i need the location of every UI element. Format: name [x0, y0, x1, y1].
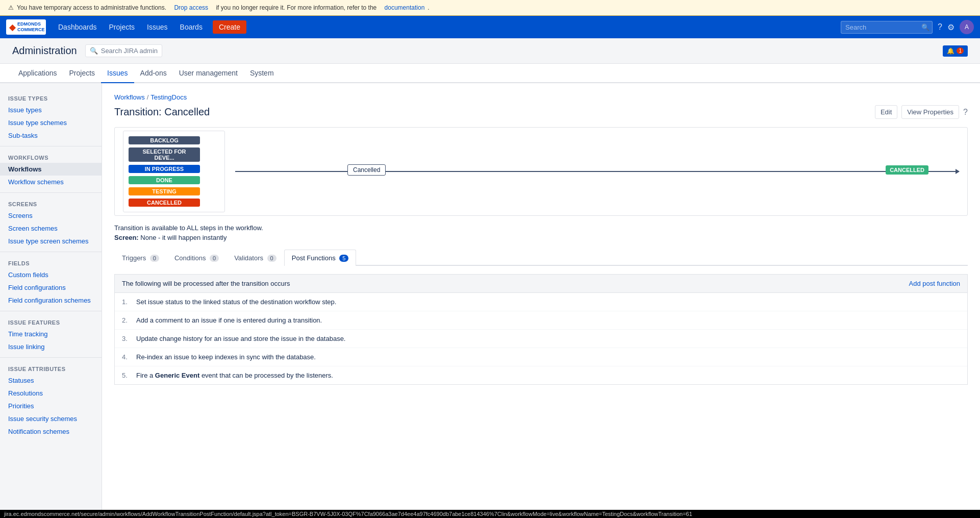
user-avatar[interactable]: A [960, 20, 974, 34]
sidebar-item-screen-schemes[interactable]: Screen schemes [0, 222, 102, 235]
post-fn-text-4: Re-index an issue to keep indexes in syn… [136, 353, 960, 361]
sidebar-item-workflow-schemes[interactable]: Workflow schemes [0, 176, 102, 188]
tab-triggers[interactable]: Triggers 0 [114, 250, 167, 266]
workflow-diagram: BACKLOG SELECTED FOR DEVE... IN PROGRESS… [114, 127, 968, 216]
sidebar-section-issue-types: ISSUE TYPES Issue types Issue type schem… [0, 91, 102, 142]
admin-title: Administration [12, 45, 77, 57]
post-fn-num-1: 1. [122, 298, 131, 306]
search-input[interactable] [841, 21, 933, 34]
sidebar-section-fields: FIELDS Custom fields Field configuration… [0, 256, 102, 307]
sidebar-item-time-tracking[interactable]: Time tracking [0, 328, 102, 340]
nav-projects[interactable]: Projects [63, 64, 102, 83]
post-fn-num-3: 3. [122, 335, 131, 342]
admin-search-placeholder: Search JIRA admin [101, 47, 158, 55]
sidebar-section-issue-features: ISSUE FEATURES Time tracking Issue linki… [0, 315, 102, 353]
sidebar-item-issue-types[interactable]: Issue types [0, 104, 102, 116]
admin-header: Administration 🔍 Search JIRA admin 🔔 1 [0, 38, 980, 64]
nav-issues[interactable]: Issues [143, 21, 171, 33]
nav-addons[interactable]: Add-ons [134, 64, 173, 83]
post-fn-num-2: 2. [122, 316, 131, 324]
url-text: jira.ec.edmondscommerce.net/secure/admin… [4, 511, 692, 517]
sidebar-item-issue-type-schemes[interactable]: Issue type schemes [0, 116, 102, 129]
post-functions-list: 1. Set issue status to the linked status… [114, 292, 968, 385]
settings-icon[interactable]: ⚙ [947, 22, 954, 32]
edit-button[interactable]: Edit [875, 105, 897, 119]
documentation-link[interactable]: documentation [385, 4, 425, 11]
nav-projects[interactable]: Projects [105, 21, 139, 33]
post-fn-text-5: Fire a Generic Event event that can be p… [136, 372, 960, 379]
page-title: Transition: Cancelled [114, 106, 210, 118]
sidebar-section-title-issue-features: ISSUE FEATURES [0, 315, 102, 328]
sidebar-item-custom-fields[interactable]: Custom fields [0, 268, 102, 281]
notification-button[interactable]: 🔔 1 [943, 45, 968, 57]
sidebar-section-screens: SCREENS Screens Screen schemes Issue typ… [0, 197, 102, 248]
tab-post-functions[interactable]: Post Functions 5 [284, 250, 357, 266]
warning-banner: ⚠ You have temporary access to administr… [0, 0, 980, 16]
sidebar-item-issue-linking[interactable]: Issue linking [0, 340, 102, 353]
tab-validators[interactable]: Validators 0 [227, 250, 284, 266]
tab-conditions-badge: 0 [210, 255, 219, 262]
sidebar-section-title-screens: SCREENS [0, 197, 102, 209]
sidebar-item-screens[interactable]: Screens [0, 209, 102, 222]
notification-badge: 1 [957, 47, 964, 54]
state-backlog: BACKLOG [129, 136, 200, 144]
tabs: Triggers 0 Conditions 0 Validators 0 Pos… [114, 250, 968, 266]
help-icon[interactable]: ? [938, 22, 942, 32]
tab-conditions[interactable]: Conditions 0 [167, 250, 227, 266]
sidebar-item-issue-security-schemes[interactable]: Issue security schemes [0, 412, 102, 425]
nav-boards[interactable]: Boards [176, 21, 207, 33]
sidebar-section-workflows: WORKFLOWS Workflows Workflow schemes [0, 151, 102, 188]
sidebar-section-title-workflows: WORKFLOWS [0, 151, 102, 163]
sidebar-item-field-configuration-schemes[interactable]: Field configuration schemes [0, 294, 102, 307]
main-content: Workflows / TestingDocs Transition: Canc… [102, 83, 980, 518]
sidebar-divider-3 [0, 252, 102, 252]
view-properties-button[interactable]: View Properties [901, 105, 959, 119]
sidebar-item-sub-tasks[interactable]: Sub-tasks [0, 129, 102, 142]
post-functions-section: The following will be processed after th… [114, 274, 968, 385]
state-inprogress: IN PROGRESS [129, 165, 200, 173]
sidebar-section-title-issue-attributes: ISSUE ATTRIBUTES [0, 362, 102, 374]
state-done: DONE [129, 176, 200, 184]
notification-icon: 🔔 [947, 47, 954, 55]
sidebar-item-workflows[interactable]: Workflows [0, 163, 102, 176]
search-icon: 🔍 [921, 23, 929, 31]
nav-applications[interactable]: Applications [12, 64, 63, 83]
post-fn-num-5: 5. [122, 372, 131, 379]
tab-validators-badge: 0 [267, 255, 277, 262]
page-header-actions: Edit View Properties ? [875, 105, 968, 119]
breadcrumb-workflows[interactable]: Workflows [114, 93, 145, 101]
sidebar-item-priorities[interactable]: Priorities [0, 400, 102, 412]
create-button[interactable]: Create [213, 20, 246, 34]
breadcrumb-testingdocs[interactable]: TestingDocs [150, 93, 187, 101]
sidebar-divider-1 [0, 146, 102, 146]
post-fn-text-2: Add a comment to an issue if one is ente… [136, 316, 960, 324]
warning-text-middle: if you no longer require it. For more in… [216, 4, 376, 11]
nav-user-management[interactable]: User management [173, 64, 244, 83]
logo[interactable]: ◆ EDMONDS COMMERCE [6, 19, 46, 35]
sidebar-section-issue-attributes: ISSUE ATTRIBUTES Statuses Resolutions Pr… [0, 362, 102, 438]
drop-access-link[interactable]: Drop access [174, 4, 208, 11]
post-fn-row-1: 1. Set issue status to the linked status… [115, 293, 967, 311]
add-post-function-link[interactable]: Add post function [909, 280, 960, 287]
sidebar-item-statuses[interactable]: Statuses [0, 374, 102, 387]
screen-value: None - it will happen instantly [140, 234, 227, 241]
help-button[interactable]: ? [963, 108, 968, 117]
nav-system[interactable]: System [244, 64, 280, 83]
state-cancelled-state: CANCELLED [129, 199, 200, 207]
url-bar: jira.ec.edmondscommerce.net/secure/admin… [0, 510, 980, 518]
admin-search[interactable]: 🔍 Search JIRA admin [85, 44, 162, 57]
state-selected: SELECTED FOR DEVE... [129, 147, 200, 162]
nav-issues[interactable]: Issues [101, 64, 134, 83]
sidebar-item-resolutions[interactable]: Resolutions [0, 387, 102, 400]
sidebar-item-notification-schemes[interactable]: Notification schemes [0, 425, 102, 438]
main-layout: ISSUE TYPES Issue types Issue type schem… [0, 83, 980, 518]
sidebar-divider-5 [0, 357, 102, 358]
nav-dashboards[interactable]: Dashboards [54, 21, 101, 33]
sidebar-item-issue-type-screen-schemes[interactable]: Issue type screen schemes [0, 235, 102, 248]
topnav: ◆ EDMONDS COMMERCE Dashboards Projects I… [0, 16, 980, 38]
sidebar-item-field-configurations[interactable]: Field configurations [0, 281, 102, 294]
topnav-right: 🔍 ? ⚙ A [841, 20, 974, 34]
post-fn-num-4: 4. [122, 353, 131, 361]
sidebar-section-title-issue-types: ISSUE TYPES [0, 91, 102, 104]
post-fn-row-5: 5. Fire a Generic Event event that can b… [115, 366, 967, 384]
